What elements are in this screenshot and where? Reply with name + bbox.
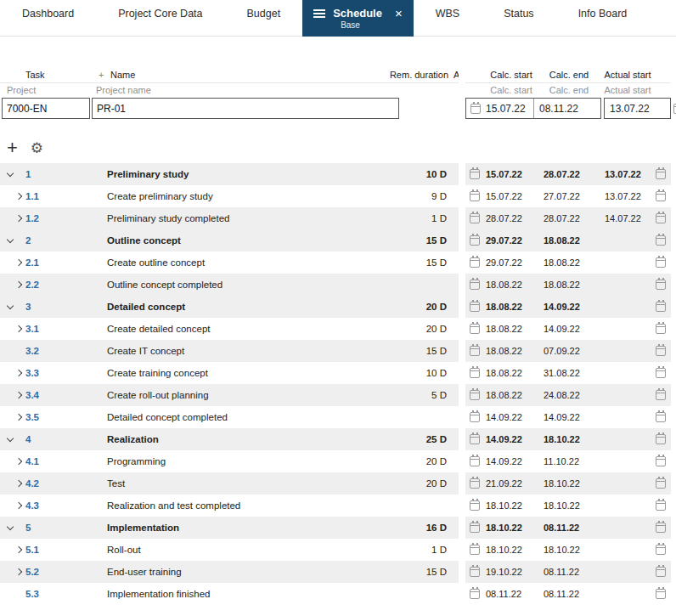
close-icon[interactable]: × xyxy=(395,7,403,20)
calendar-icon[interactable] xyxy=(656,280,666,290)
calendar-icon[interactable] xyxy=(470,324,480,334)
task-name[interactable]: Outline concept completed xyxy=(107,280,387,290)
task-rem-duration[interactable]: 9 D xyxy=(387,191,459,201)
add-task-button[interactable]: + xyxy=(7,138,18,157)
calendar-icon[interactable] xyxy=(470,589,480,599)
task-number[interactable]: 3.2 xyxy=(25,346,107,356)
project-calc-end-field[interactable]: 08.11.22 xyxy=(533,99,600,118)
calendar-icon[interactable] xyxy=(470,412,480,422)
calendar-icon[interactable] xyxy=(470,280,480,290)
task-rem-duration[interactable]: 10 D xyxy=(387,169,459,179)
calendar-icon[interactable] xyxy=(470,523,480,533)
calendar-icon[interactable] xyxy=(470,104,481,114)
calendar-icon[interactable] xyxy=(470,434,480,444)
calendar-icon[interactable] xyxy=(470,390,480,400)
task-number[interactable]: 2.1 xyxy=(25,257,107,268)
expand-chevron-icon[interactable] xyxy=(15,568,22,575)
task-rem-duration[interactable]: 16 D xyxy=(387,523,459,533)
calendar-icon[interactable] xyxy=(656,213,666,223)
task-rem-duration[interactable]: 25 D xyxy=(387,434,459,444)
calendar-icon[interactable] xyxy=(470,213,480,223)
calendar-icon[interactable] xyxy=(470,257,480,268)
tab-wbs[interactable]: WBS xyxy=(414,0,482,26)
calendar-icon[interactable] xyxy=(470,456,480,466)
tab-budget[interactable]: Budget xyxy=(225,0,303,26)
column-header-rem-duration[interactable]: Rem. duration xyxy=(380,70,448,80)
task-number[interactable]: 3 xyxy=(25,302,107,312)
task-name[interactable]: Preliminary study completed xyxy=(107,213,387,223)
task-number[interactable]: 5.2 xyxy=(25,567,107,577)
column-header-calc-end[interactable]: Calc. end xyxy=(540,70,598,80)
expand-chevron-icon[interactable] xyxy=(15,502,22,509)
tab-schedule[interactable]: Schedule × Base xyxy=(302,0,414,37)
calendar-icon[interactable] xyxy=(656,434,666,444)
task-name[interactable]: Create outline concept xyxy=(107,257,387,268)
calendar-icon[interactable] xyxy=(470,567,480,577)
task-name[interactable]: Detailed concept completed xyxy=(107,412,387,422)
project-actual-start-field[interactable]: 13.07.22 xyxy=(604,98,671,119)
tab-dashboard[interactable]: Dashboard xyxy=(0,0,96,26)
task-number[interactable]: 2.2 xyxy=(25,280,107,290)
task-name[interactable]: Implementation xyxy=(107,523,387,533)
task-name[interactable]: Outline concept xyxy=(107,235,387,246)
project-name-input[interactable] xyxy=(92,98,399,119)
calendar-icon[interactable] xyxy=(656,567,666,577)
task-name[interactable]: End-user training xyxy=(107,567,387,577)
calendar-icon[interactable] xyxy=(470,368,480,378)
task-name[interactable]: Roll-out xyxy=(107,545,387,555)
expand-chevron-icon[interactable] xyxy=(15,480,22,487)
task-rem-duration[interactable]: 20 D xyxy=(387,478,459,489)
task-name[interactable]: Realization and test completed xyxy=(107,500,387,511)
column-header-task[interactable]: Task xyxy=(25,70,45,80)
task-rem-duration[interactable]: 10 D xyxy=(387,368,459,378)
task-rem-duration[interactable]: 15 D xyxy=(387,235,459,246)
task-rem-duration[interactable]: 15 D xyxy=(387,346,459,356)
calendar-icon[interactable] xyxy=(656,169,666,179)
calendar-icon[interactable] xyxy=(656,191,666,201)
tab-info-board[interactable]: Info Board xyxy=(556,0,650,26)
task-rem-duration[interactable]: 1 D xyxy=(387,545,459,555)
task-number[interactable]: 3.1 xyxy=(25,324,107,334)
expand-chevron-icon[interactable] xyxy=(15,215,22,222)
calendar-icon[interactable] xyxy=(656,390,666,400)
calendar-icon[interactable] xyxy=(470,169,480,179)
actual-start[interactable]: 14.07.22 xyxy=(598,213,654,223)
actual-start[interactable]: 13.07.22 xyxy=(598,169,654,179)
calendar-icon[interactable] xyxy=(470,500,480,511)
task-name[interactable]: Programming xyxy=(107,456,387,466)
calendar-icon[interactable] xyxy=(470,478,480,489)
expand-chevron-icon[interactable] xyxy=(15,414,22,421)
calendar-icon[interactable] xyxy=(656,302,666,312)
actual-start[interactable]: 13.07.22 xyxy=(598,191,654,201)
task-name[interactable]: Create roll-out planning xyxy=(107,390,387,400)
task-number[interactable]: 4 xyxy=(25,434,107,444)
task-number[interactable]: 5.1 xyxy=(25,545,107,555)
expand-chevron-icon[interactable] xyxy=(15,325,22,332)
add-column-icon[interactable]: + xyxy=(99,70,104,80)
column-header-calc-start[interactable]: Calc. start xyxy=(482,70,540,80)
expand-chevron-icon[interactable] xyxy=(7,302,14,309)
calendar-icon[interactable] xyxy=(470,346,480,356)
task-rem-duration[interactable]: 15 D xyxy=(387,567,459,577)
calendar-icon[interactable] xyxy=(656,478,666,489)
expand-chevron-icon[interactable] xyxy=(7,523,14,530)
column-header-actual-start[interactable]: Actual start xyxy=(598,70,657,80)
menu-icon[interactable] xyxy=(313,9,325,18)
expand-chevron-icon[interactable] xyxy=(15,281,22,288)
task-name[interactable]: Realization xyxy=(107,434,387,444)
column-header-name[interactable]: Name xyxy=(110,70,135,80)
expand-chevron-icon[interactable] xyxy=(15,392,22,398)
task-name[interactable]: Create training concept xyxy=(107,368,387,378)
task-number[interactable]: 4.1 xyxy=(25,456,107,466)
calendar-icon[interactable] xyxy=(656,324,666,334)
expand-chevron-icon[interactable] xyxy=(15,259,22,266)
task-name[interactable]: Implementation finished xyxy=(107,589,387,599)
calendar-icon[interactable] xyxy=(656,523,666,533)
tab-project-core-data[interactable]: Project Core Data xyxy=(96,0,224,26)
expand-chevron-icon[interactable] xyxy=(15,370,22,376)
task-number[interactable]: 5.3 xyxy=(25,589,107,599)
task-name[interactable]: Create preliminary study xyxy=(107,191,387,201)
task-number[interactable]: 4.3 xyxy=(25,500,107,511)
task-rem-duration[interactable]: 15 D xyxy=(387,257,459,268)
task-name[interactable]: Test xyxy=(107,478,387,489)
